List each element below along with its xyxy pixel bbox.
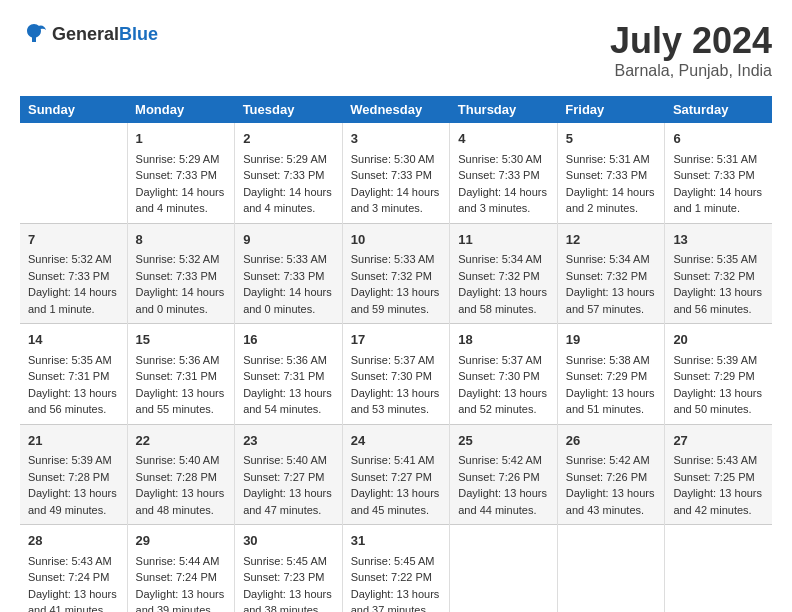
subtitle: Barnala, Punjab, India [610,62,772,80]
cell-text: Sunset: 7:32 PM [673,268,764,285]
day-number: 30 [243,531,334,551]
cell-text: and 0 minutes. [136,301,227,318]
cell-text: and 49 minutes. [28,502,119,519]
cell-text: Daylight: 13 hours [351,586,442,603]
cell-text: Sunset: 7:22 PM [351,569,442,586]
cell-text: Sunset: 7:31 PM [243,368,334,385]
cell-text: and 45 minutes. [351,502,442,519]
cell-text: and 50 minutes. [673,401,764,418]
calendar-cell: 1Sunrise: 5:29 AMSunset: 7:33 PMDaylight… [127,123,235,223]
calendar-cell: 2Sunrise: 5:29 AMSunset: 7:33 PMDaylight… [235,123,343,223]
cell-text: Sunset: 7:32 PM [458,268,549,285]
header-friday: Friday [557,96,665,123]
day-number: 31 [351,531,442,551]
cell-text: Sunrise: 5:30 AM [458,151,549,168]
header-tuesday: Tuesday [235,96,343,123]
cell-text: and 39 minutes. [136,602,227,612]
cell-text: Sunrise: 5:35 AM [673,251,764,268]
calendar-cell: 11Sunrise: 5:34 AMSunset: 7:32 PMDayligh… [450,223,558,324]
cell-text: and 37 minutes. [351,602,442,612]
cell-text: Daylight: 13 hours [351,485,442,502]
day-number: 16 [243,330,334,350]
cell-text: Sunrise: 5:30 AM [351,151,442,168]
day-number: 10 [351,230,442,250]
calendar-cell: 28Sunrise: 5:43 AMSunset: 7:24 PMDayligh… [20,525,127,613]
cell-text: Sunset: 7:32 PM [566,268,657,285]
cell-text: and 1 minute. [673,200,764,217]
day-number: 19 [566,330,657,350]
cell-text: Sunrise: 5:36 AM [136,352,227,369]
cell-text: and 58 minutes. [458,301,549,318]
main-title: July 2024 [610,20,772,62]
cell-text: Sunrise: 5:33 AM [351,251,442,268]
calendar-cell: 13Sunrise: 5:35 AMSunset: 7:32 PMDayligh… [665,223,772,324]
calendar-cell: 4Sunrise: 5:30 AMSunset: 7:33 PMDaylight… [450,123,558,223]
cell-text: and 4 minutes. [243,200,334,217]
cell-text: Daylight: 13 hours [243,586,334,603]
calendar-cell: 9Sunrise: 5:33 AMSunset: 7:33 PMDaylight… [235,223,343,324]
calendar-cell: 26Sunrise: 5:42 AMSunset: 7:26 PMDayligh… [557,424,665,525]
cell-text: Sunrise: 5:38 AM [566,352,657,369]
calendar-cell: 21Sunrise: 5:39 AMSunset: 7:28 PMDayligh… [20,424,127,525]
cell-text: and 56 minutes. [28,401,119,418]
cell-text: Sunrise: 5:43 AM [673,452,764,469]
cell-text: Daylight: 13 hours [136,385,227,402]
calendar-cell [557,525,665,613]
page-header: GeneralBlue July 2024 Barnala, Punjab, I… [20,20,772,80]
cell-text: Sunset: 7:33 PM [673,167,764,184]
cell-text: Sunrise: 5:37 AM [458,352,549,369]
cell-text: Daylight: 14 hours [136,184,227,201]
cell-text: Sunset: 7:28 PM [136,469,227,486]
cell-text: and 44 minutes. [458,502,549,519]
cell-text: and 3 minutes. [458,200,549,217]
cell-text: Sunset: 7:33 PM [458,167,549,184]
calendar-week-row: 28Sunrise: 5:43 AMSunset: 7:24 PMDayligh… [20,525,772,613]
header-saturday: Saturday [665,96,772,123]
cell-text: and 38 minutes. [243,602,334,612]
cell-text: Daylight: 14 hours [136,284,227,301]
cell-text: and 43 minutes. [566,502,657,519]
cell-text: and 42 minutes. [673,502,764,519]
cell-text: Sunrise: 5:40 AM [136,452,227,469]
cell-text: Daylight: 13 hours [566,485,657,502]
calendar-cell: 22Sunrise: 5:40 AMSunset: 7:28 PMDayligh… [127,424,235,525]
cell-text: Sunrise: 5:34 AM [458,251,549,268]
day-number: 17 [351,330,442,350]
cell-text: Sunrise: 5:45 AM [351,553,442,570]
cell-text: and 59 minutes. [351,301,442,318]
calendar-cell: 24Sunrise: 5:41 AMSunset: 7:27 PMDayligh… [342,424,450,525]
cell-text: Daylight: 13 hours [136,485,227,502]
cell-text: Sunrise: 5:31 AM [566,151,657,168]
cell-text: Sunset: 7:33 PM [351,167,442,184]
cell-text: Sunrise: 5:36 AM [243,352,334,369]
cell-text: Sunset: 7:31 PM [28,368,119,385]
cell-text: Sunset: 7:29 PM [566,368,657,385]
cell-text: Sunrise: 5:41 AM [351,452,442,469]
cell-text: and 52 minutes. [458,401,549,418]
cell-text: and 4 minutes. [136,200,227,217]
cell-text: Sunrise: 5:37 AM [351,352,442,369]
day-number: 29 [136,531,227,551]
cell-text: Daylight: 13 hours [458,385,549,402]
header-monday: Monday [127,96,235,123]
calendar-cell: 14Sunrise: 5:35 AMSunset: 7:31 PMDayligh… [20,324,127,425]
cell-text: Daylight: 13 hours [566,284,657,301]
logo-icon [20,20,48,48]
logo-general: General [52,24,119,44]
day-number: 24 [351,431,442,451]
cell-text: Sunset: 7:26 PM [566,469,657,486]
cell-text: Daylight: 14 hours [566,184,657,201]
header-wednesday: Wednesday [342,96,450,123]
calendar-cell: 27Sunrise: 5:43 AMSunset: 7:25 PMDayligh… [665,424,772,525]
day-number: 5 [566,129,657,149]
day-number: 2 [243,129,334,149]
cell-text: Daylight: 13 hours [136,586,227,603]
cell-text: Sunset: 7:29 PM [673,368,764,385]
day-number: 14 [28,330,119,350]
cell-text: Sunset: 7:31 PM [136,368,227,385]
cell-text: and 1 minute. [28,301,119,318]
cell-text: and 47 minutes. [243,502,334,519]
cell-text: Daylight: 13 hours [243,485,334,502]
cell-text: Daylight: 13 hours [351,284,442,301]
cell-text: Daylight: 14 hours [458,184,549,201]
